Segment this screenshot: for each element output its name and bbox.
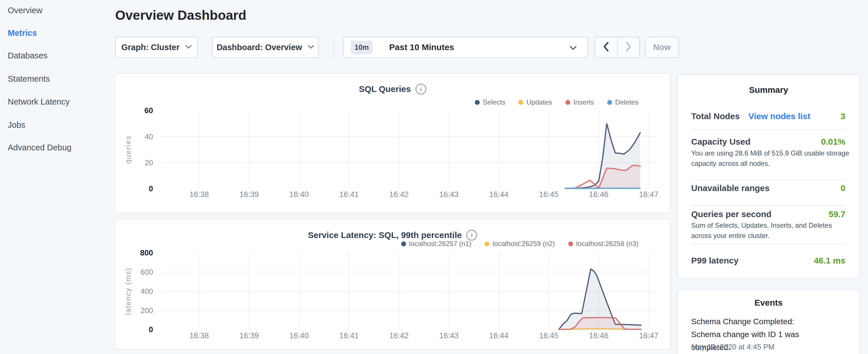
x-tick-label: 16:38 xyxy=(189,331,209,340)
sql-queries-chart-card: SQL Queries i SelectsUpdatesInsertsDelet… xyxy=(115,73,671,213)
event-timestamp: May 13, 2020 at 4:45 PM xyxy=(691,343,775,351)
y-tick-label: 200 xyxy=(141,306,153,315)
summary-row-label: Queries per second xyxy=(691,210,771,219)
y-tick-label: 800 xyxy=(140,249,153,257)
chevron-down-icon xyxy=(570,46,577,51)
summary-row-description: You are using 28.6 MiB of 515.9 GiB usab… xyxy=(691,148,852,169)
y-tick-label: 0 xyxy=(149,325,153,334)
x-tick-label: 16:40 xyxy=(289,190,309,199)
time-prev-button[interactable] xyxy=(595,37,618,57)
summary-row-unavailable-ranges: Unavailable ranges 0 xyxy=(691,183,845,193)
sidebar: OverviewMetricsDatabasesStatementsNetwor… xyxy=(0,0,113,354)
x-tick-label: 16:46 xyxy=(589,331,609,340)
summary-row-value: 0 xyxy=(840,183,845,193)
time-window-dropdown[interactable]: 10m Past 10 Minutes xyxy=(343,37,588,58)
x-tick-label: 16:39 xyxy=(240,331,259,340)
x-tick-label: 16:39 xyxy=(240,190,259,199)
chevron-down-icon xyxy=(308,45,314,50)
divider xyxy=(691,205,845,206)
sidebar-item-databases[interactable]: Databases xyxy=(8,51,48,60)
summary-row-value: 46.1 ms xyxy=(814,256,845,265)
y-tick-label: 600 xyxy=(141,268,153,277)
dashboard-dropdown-label: Dashboard: Overview xyxy=(217,43,302,52)
time-window-badge: 10m xyxy=(351,41,373,54)
x-tick-label: 16:47 xyxy=(639,190,658,199)
page-title: Overview Dashboard xyxy=(115,7,246,23)
divider xyxy=(691,129,845,130)
chevron-right-icon xyxy=(626,42,631,53)
summary-title: Summary xyxy=(678,85,859,95)
y-axis-title: latency (ms) xyxy=(124,267,132,315)
y-tick-label: 40 xyxy=(145,132,153,141)
controls-divider xyxy=(333,37,334,57)
sidebar-item-statements[interactable]: Statements xyxy=(8,74,50,84)
x-tick-label: 16:38 xyxy=(189,190,209,199)
time-window-label: Past 10 Minutes xyxy=(389,42,454,52)
summary-row-p99-latency: P99 latency 46.1 ms xyxy=(691,256,845,265)
x-tick-label: 16:42 xyxy=(389,190,409,199)
sql-queries-chart: 16:3816:3916:4016:4116:4216:4316:4416:45… xyxy=(115,73,671,213)
summary-row-total-nodes: Total Nodes View nodes list 3 xyxy=(691,111,845,121)
sidebar-item-jobs[interactable]: Jobs xyxy=(8,120,25,130)
gridlines xyxy=(160,110,656,189)
time-step-buttons xyxy=(595,37,640,58)
sidebar-item-metrics[interactable]: Metrics xyxy=(8,28,37,38)
summary-row-label: Capacity Used xyxy=(691,137,750,147)
x-tick-label: 16:44 xyxy=(489,190,509,199)
divider xyxy=(691,179,845,180)
y-tick-label: 400 xyxy=(141,287,153,296)
graph-dropdown-label: Graph: Cluster xyxy=(121,43,179,52)
sidebar-item-network-latency[interactable]: Network Latency xyxy=(8,97,70,106)
x-tick-label: 16:43 xyxy=(439,331,459,340)
now-button[interactable]: Now xyxy=(645,37,679,58)
x-tick-label: 16:40 xyxy=(289,331,309,340)
x-tick-label: 16:46 xyxy=(589,190,609,199)
summary-row-queries-per-second: Queries per second 59.7 xyxy=(691,210,845,219)
page-root: OverviewMetricsDatabasesStatementsNetwor… xyxy=(0,0,868,354)
y-tick-label: 0 xyxy=(149,185,153,193)
events-panel: Events Schema Change Completed: Schema c… xyxy=(677,289,860,354)
x-tick-label: 16:45 xyxy=(539,331,559,340)
summary-row-label: Total Nodes xyxy=(691,111,740,121)
x-tick-label: 16:44 xyxy=(489,331,509,340)
summary-row-value: 59.7 xyxy=(829,210,845,219)
summary-row-capacity-used: Capacity Used 0.01% xyxy=(691,137,845,147)
summary-row-label: P99 latency xyxy=(691,256,739,265)
sidebar-item-advanced-debug[interactable]: Advanced Debug xyxy=(8,143,72,152)
summary-row-description: Sum of Selects, Updates, Inserts, and De… xyxy=(691,220,852,241)
chevron-left-icon xyxy=(603,42,609,53)
dashboard-dropdown[interactable]: Dashboard: Overview xyxy=(212,37,319,58)
summary-row-value: 0.01% xyxy=(821,137,845,147)
summary-row-label: Unavailable ranges xyxy=(691,183,769,193)
x-tick-label: 16:47 xyxy=(639,331,658,340)
x-tick-label: 16:41 xyxy=(339,331,359,340)
service-latency-chart-card: Service Latency: SQL, 99th percentile i … xyxy=(115,219,671,350)
time-next-button[interactable] xyxy=(618,37,639,57)
sidebar-item-overview[interactable]: Overview xyxy=(8,6,42,15)
events-title: Events xyxy=(678,298,859,308)
graph-dropdown[interactable]: Graph: Cluster xyxy=(115,37,198,58)
divider xyxy=(691,244,845,245)
view-nodes-link[interactable]: View nodes list xyxy=(748,111,810,121)
service-latency-chart: 16:3816:3916:4016:4116:4216:4316:4416:45… xyxy=(115,219,671,350)
x-tick-label: 16:41 xyxy=(339,190,359,199)
summary-panel: Summary Total Nodes View nodes list 3 Ca… xyxy=(677,74,860,279)
x-tick-label: 16:42 xyxy=(389,331,409,340)
x-tick-label: 16:43 xyxy=(439,190,459,199)
y-axis-title: queries xyxy=(124,135,132,164)
chevron-down-icon xyxy=(185,45,192,50)
x-tick-label: 16:45 xyxy=(539,190,559,199)
y-tick-label: 60 xyxy=(145,106,153,115)
y-tick-label: 20 xyxy=(145,158,153,167)
summary-row-value: 3 xyxy=(840,111,845,121)
